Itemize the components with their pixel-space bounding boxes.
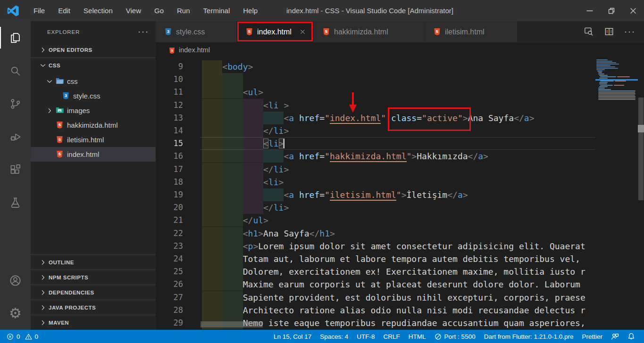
window-title: index.html - CSS - Visual Studio Code [A… bbox=[276, 7, 464, 15]
code-line-10[interactable]: 10 bbox=[156, 73, 595, 86]
code-line-19[interactable]: 19<a href="iletisim.html">İletişim</a> bbox=[156, 188, 595, 201]
minimap-line bbox=[596, 65, 611, 66]
split-editor-icon[interactable] bbox=[604, 26, 615, 37]
tree-item-images[interactable]: images bbox=[31, 103, 156, 118]
text-cursor bbox=[284, 139, 284, 148]
status-eol[interactable]: CRLF bbox=[379, 333, 404, 340]
tab-iletisim.html[interactable]: 5iletisim.html bbox=[425, 21, 518, 42]
vertical-scrollbar[interactable] bbox=[638, 57, 644, 330]
indent-guide bbox=[222, 265, 243, 278]
code-line-16[interactable]: 16<a href="hakkimizda.html">Hakkımızda</… bbox=[156, 150, 595, 163]
tree-item-iletisim.html[interactable]: 5iletisim.html bbox=[31, 132, 156, 147]
code-line-13[interactable]: 13<a href="index.html" class="active">An… bbox=[156, 112, 595, 124]
section-java-projects[interactable]: JAVA PROJECTS bbox=[31, 300, 156, 315]
status-cursor-position[interactable]: Ln 15, Col 17 bbox=[269, 333, 316, 340]
tab-hakkimizda.html[interactable]: 5hakkimizda.html bbox=[314, 21, 425, 42]
section-npm-scripts[interactable]: NPM SCRIPTS bbox=[31, 270, 156, 285]
status-indentation[interactable]: Spaces: 4 bbox=[316, 333, 352, 340]
restore-button[interactable] bbox=[601, 0, 622, 21]
minimap-line bbox=[598, 92, 635, 93]
activity-extensions[interactable] bbox=[0, 153, 31, 186]
code-line-22[interactable]: 22<h1>Ana Sayfa</h1> bbox=[156, 227, 595, 240]
scrollbar-thumb[interactable] bbox=[638, 98, 644, 200]
minimize-button[interactable] bbox=[579, 0, 601, 21]
more-actions-icon[interactable]: ··· bbox=[138, 27, 149, 37]
menu-help[interactable]: Help bbox=[236, 7, 264, 15]
code-line-15[interactable]: 15<li> bbox=[156, 137, 595, 150]
code-line-26[interactable]: 26Maxime earum corporis ut at placeat de… bbox=[156, 278, 595, 291]
tree-item-style.css[interactable]: 3style.css bbox=[31, 89, 156, 103]
line-number: 23 bbox=[156, 240, 183, 253]
menu-go[interactable]: Go bbox=[148, 7, 170, 15]
tab-bar: 3style.css5index.html5hakkimizda.html5il… bbox=[156, 21, 644, 42]
menu-selection[interactable]: Selection bbox=[77, 7, 119, 15]
code-line-23[interactable]: 23<p>Lorem ipsum dolor sit amet consecte… bbox=[156, 240, 595, 253]
open-editors-section[interactable]: OPEN EDITORS bbox=[31, 42, 156, 57]
code-line-25[interactable]: 25Dolorem, exercitationem ex! Exercitati… bbox=[156, 265, 595, 278]
code-line-11[interactable]: 11<ul> bbox=[156, 86, 595, 98]
code-line-24[interactable]: 24Totam aut, laborum et labore tempora a… bbox=[156, 253, 595, 265]
menu-run[interactable]: Run bbox=[170, 7, 197, 15]
tab-index.html[interactable]: 5index.html bbox=[237, 21, 314, 42]
section-dependencies[interactable]: DEPENDENCIES bbox=[31, 285, 156, 300]
close-button[interactable] bbox=[622, 0, 644, 21]
section-outline[interactable]: OUTLINE bbox=[31, 254, 156, 270]
code-content: <li> bbox=[202, 176, 284, 188]
activity-testing[interactable] bbox=[0, 186, 31, 219]
status-dart-sdk[interactable]: Dart from Flutter: 1.21.0-1.0.pre bbox=[480, 333, 578, 340]
code-content: Sapiente provident, est doloribus nihil … bbox=[202, 291, 585, 304]
status-language-mode[interactable]: HTML bbox=[404, 333, 430, 340]
open-changes-icon[interactable] bbox=[584, 26, 594, 37]
activity-run-debug[interactable] bbox=[0, 120, 31, 153]
status-notifications[interactable] bbox=[623, 333, 639, 340]
indent-guide bbox=[202, 188, 222, 201]
minimap-line bbox=[598, 74, 604, 74]
line-number: 17 bbox=[156, 163, 183, 176]
tab-style.css[interactable]: 3style.css bbox=[156, 21, 237, 42]
editor[interactable]: 9<body>1011<ul>12<li >13<a href="index.h… bbox=[156, 57, 644, 330]
minimap-line bbox=[600, 76, 616, 77]
menu-terminal[interactable]: Terminal bbox=[197, 7, 237, 15]
code-line-14[interactable]: 14</li> bbox=[156, 124, 595, 137]
code-line-20[interactable]: 20</li> bbox=[156, 201, 595, 214]
activity-accounts[interactable] bbox=[0, 264, 31, 297]
status-encoding[interactable]: UTF-8 bbox=[352, 333, 379, 340]
tree-item-css[interactable]: css bbox=[31, 74, 156, 89]
problems-status[interactable]: 00 bbox=[0, 333, 38, 340]
indent-guide bbox=[243, 201, 263, 214]
editor-lines[interactable]: 9<body>1011<ul>12<li >13<a href="index.h… bbox=[156, 57, 595, 330]
code-line-27[interactable]: 27Sapiente provident, est doloribus nihi… bbox=[156, 291, 595, 304]
code-line-12[interactable]: 12<li > bbox=[156, 99, 595, 112]
menu-view[interactable]: View bbox=[119, 7, 148, 15]
activity-search[interactable] bbox=[0, 54, 31, 87]
horizontal-scrollbar[interactable] bbox=[201, 321, 263, 327]
tree-item-index.html[interactable]: 5index.html bbox=[31, 147, 156, 162]
code-line-28[interactable]: 28Architecto ratione alias odio nulla ni… bbox=[156, 304, 595, 317]
code-line-17[interactable]: 17</li> bbox=[156, 163, 595, 176]
status-feedback[interactable] bbox=[607, 333, 623, 341]
minimap[interactable] bbox=[595, 57, 638, 330]
activity-settings[interactable]: ⚙ bbox=[0, 297, 31, 330]
workspace-section-header[interactable]: CSS bbox=[31, 57, 156, 73]
code-content: <h1>Ana Sayfa</h1> bbox=[202, 227, 335, 240]
close-tab-icon[interactable] bbox=[299, 28, 306, 35]
more-actions-icon[interactable]: ··· bbox=[624, 27, 636, 37]
tree-item-hakkimizda.html[interactable]: 5hakkimizda.html bbox=[31, 118, 156, 132]
activity-source-control[interactable] bbox=[0, 87, 31, 120]
minimap-line bbox=[598, 72, 602, 73]
code-line-9[interactable]: 9<body> bbox=[156, 60, 595, 73]
html-icon: 5 bbox=[56, 136, 64, 144]
chevron-right-icon bbox=[39, 304, 47, 311]
code-line-18[interactable]: 18<li> bbox=[156, 176, 595, 188]
code-line-21[interactable]: 21</ul> bbox=[156, 214, 595, 227]
section-maven[interactable]: MAVEN bbox=[31, 315, 156, 330]
status-prettier[interactable]: Prettier bbox=[577, 333, 607, 340]
indent-guide bbox=[202, 227, 222, 240]
breadcrumb[interactable]: 5 index.html bbox=[156, 42, 644, 57]
tab-label: hakkimizda.html bbox=[334, 28, 388, 36]
menu-file[interactable]: File bbox=[27, 7, 51, 15]
activity-explorer[interactable] bbox=[0, 21, 31, 54]
circle-slash-icon bbox=[435, 333, 442, 340]
menu-edit[interactable]: Edit bbox=[51, 7, 77, 15]
status-live-server-port[interactable]: Port : 5500 bbox=[430, 333, 480, 340]
